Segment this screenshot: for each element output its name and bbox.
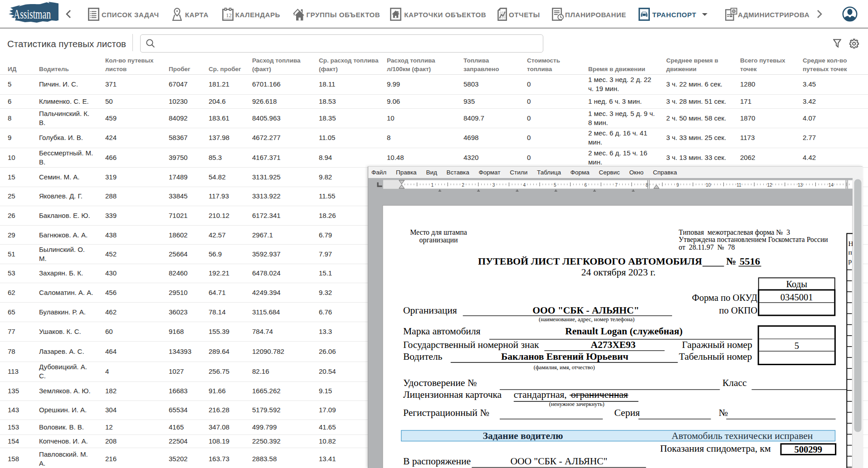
svg-text:2: 2 [462, 183, 464, 188]
svg-text:Табельный номер: Табельный номер [679, 351, 752, 362]
svg-text:В распоряжение: В распоряжение [403, 456, 471, 467]
svg-text:п: п [848, 248, 852, 256]
svg-text:Марка автомобиля: Марка автомобиля [403, 326, 481, 337]
svg-text:10: 10 [706, 183, 711, 188]
svg-text:500299: 500299 [795, 444, 823, 454]
svg-text:9: 9 [676, 183, 679, 188]
svg-text:Assistman: Assistman [14, 6, 51, 21]
svg-text:стандартная,: стандартная, [514, 389, 567, 400]
svg-text:Типовая межотраслевая форма №: Типовая межотраслевая форма № 3 [679, 228, 790, 236]
svg-text:организации: организации [419, 236, 458, 244]
svg-text:13: 13 [798, 183, 803, 188]
svg-text:5516: 5516 [740, 256, 760, 267]
svg-text:4: 4 [523, 183, 526, 188]
svg-text:Класс: Класс [722, 377, 747, 388]
svg-text:Лицензионная карточка: Лицензионная карточка [403, 389, 502, 400]
svg-text:6: 6 [585, 183, 587, 188]
svg-text:(фамилия, имя, отчество): (фамилия, имя, отчество) [534, 364, 595, 371]
svg-text:р: р [848, 257, 852, 265]
svg-text:11: 11 [736, 183, 741, 188]
svg-text:3: 3 [493, 183, 495, 188]
svg-text:А273ХЕ93: А273ХЕ93 [590, 339, 635, 350]
svg-text:Форма по ОКУД: Форма по ОКУД [692, 293, 757, 303]
svg-text:Регистрационный №: Регистрационный № [403, 407, 489, 418]
svg-text:(наименование, адрес, номер те: (наименование, адрес, номер телефона) [539, 316, 634, 323]
svg-text:Бакланов Евгений Юрьевич: Бакланов Евгений Юрьевич [501, 351, 628, 362]
svg-text:Автомобиль технически исправен: Автомобиль технически исправен [672, 430, 813, 441]
svg-text:Удостоверение №: Удостоверение № [403, 377, 477, 388]
svg-text:по ОКПО: по ОКПО [719, 305, 757, 315]
svg-text:от 28.11.97 № 78: от 28.11.97 № 78 [679, 243, 735, 251]
svg-text:Организация: Организация [403, 305, 457, 316]
svg-text:Гаражный номер: Гаражный номер [682, 339, 752, 350]
svg-text:1: 1 [431, 183, 434, 188]
svg-text:Государственный номерной знак: Государственный номерной знак [403, 339, 539, 350]
svg-text:Renault Logan (служебная): Renault Logan (служебная) [565, 326, 683, 337]
svg-text:24 октября 2023 г.: 24 октября 2023 г. [581, 267, 656, 278]
svg-text:ПУТЕВОЙ ЛИСТ ЛЕГКОВОГО АВТОМОБ: ПУТЕВОЙ ЛИСТ ЛЕГКОВОГО АВТОМОБИЛЯ [478, 256, 702, 267]
svg-text:7: 7 [615, 183, 618, 188]
svg-text:Серия: Серия [614, 407, 640, 418]
svg-text:8: 8 [646, 183, 649, 188]
svg-text:5: 5 [554, 183, 556, 188]
svg-text:Задание водителю: Задание водителю [483, 430, 563, 441]
svg-text:Водитель: Водитель [403, 351, 443, 362]
svg-text:ограниченная: ограниченная [571, 389, 628, 400]
svg-text:12: 12 [767, 183, 772, 188]
svg-text:5: 5 [795, 341, 799, 351]
svg-text:12: 12 [226, 12, 232, 19]
svg-text:№: № [727, 256, 736, 267]
svg-text:(ненужное зачеркнуть): (ненужное зачеркнуть) [549, 401, 605, 407]
svg-text:Показания спидометра, км: Показания спидометра, км [660, 443, 771, 454]
svg-text:ООО "СБК - АЛЬЯНС": ООО "СБК - АЛЬЯНС" [532, 305, 639, 316]
svg-text:№: № [719, 407, 728, 418]
svg-text:14: 14 [829, 183, 834, 188]
svg-text:ООО "СБК - АЛЬЯНС": ООО "СБК - АЛЬЯНС" [510, 456, 607, 467]
svg-text:Коды: Коды [786, 279, 807, 289]
svg-text:0345001: 0345001 [780, 292, 813, 302]
svg-text:Место для штампа: Место для штампа [410, 228, 467, 236]
